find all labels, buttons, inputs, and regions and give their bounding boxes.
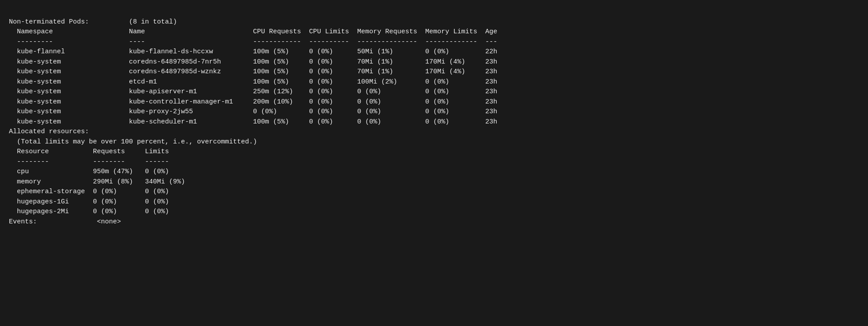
terminal-line: kube-system kube-scheduler-m1 100m (5%) … bbox=[9, 117, 859, 127]
terminal-line: memory 290Mi (8%) 340Mi (9%) bbox=[9, 177, 859, 187]
terminal-line: kube-system kube-controller-manager-m1 2… bbox=[9, 97, 859, 107]
terminal-line: kube-system kube-proxy-2jw55 0 (0%) 0 (0… bbox=[9, 107, 859, 117]
terminal-line: Resource Requests Limits bbox=[9, 147, 859, 157]
terminal-line: Allocated resources: bbox=[9, 127, 859, 137]
terminal-output: Non-terminated Pods: (8 in total) Namesp… bbox=[9, 7, 859, 227]
terminal-line: ephemeral-storage 0 (0%) 0 (0%) bbox=[9, 187, 859, 197]
terminal-line: kube-system coredns-64897985d-7nr5h 100m… bbox=[9, 57, 859, 68]
terminal-line: kube-system etcd-m1 100m (5%) 0 (0%) 100… bbox=[9, 77, 859, 87]
terminal-line: hugepages-1Gi 0 (0%) 0 (0%) bbox=[9, 197, 859, 207]
terminal-line: Non-terminated Pods: (8 in total) bbox=[9, 17, 859, 28]
terminal-line: (Total limits may be over 100 percent, i… bbox=[9, 137, 859, 147]
terminal-line: hugepages-2Mi 0 (0%) 0 (0%) bbox=[9, 207, 859, 217]
terminal-line: --------- ---- ------------ ---------- -… bbox=[9, 37, 859, 48]
terminal-line: Namespace Name CPU Requests CPU Limits M… bbox=[9, 27, 859, 37]
terminal-line: cpu 950m (47%) 0 (0%) bbox=[9, 167, 859, 177]
terminal-line: kube-system kube-apiserver-m1 250m (12%)… bbox=[9, 87, 859, 97]
terminal-line: Events: <none> bbox=[9, 217, 859, 227]
terminal-line: kube-system coredns-64897985d-wznkz 100m… bbox=[9, 67, 859, 77]
terminal-line: kube-flannel kube-flannel-ds-hccxw 100m … bbox=[9, 47, 859, 57]
terminal-line: -------- -------- ------ bbox=[9, 157, 859, 167]
